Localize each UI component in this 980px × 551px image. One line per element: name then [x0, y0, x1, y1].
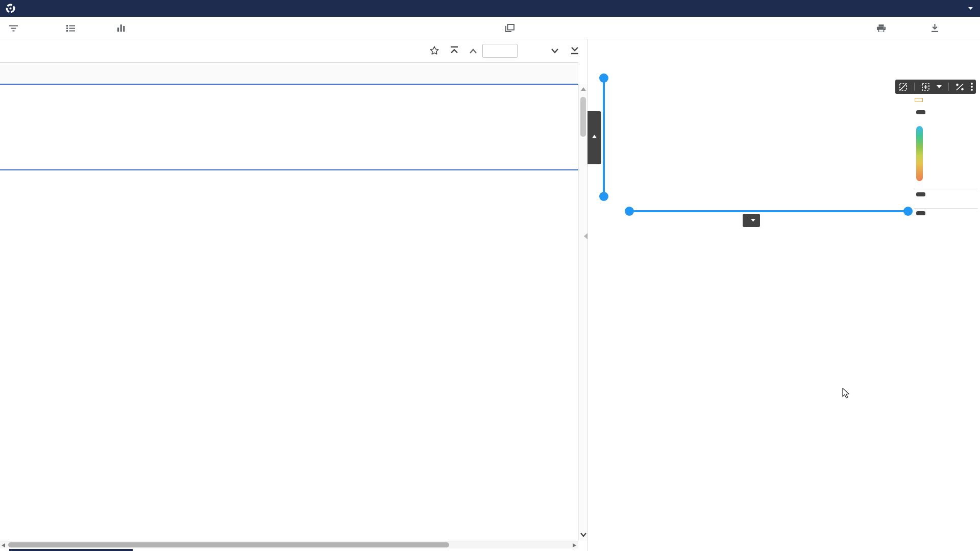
table-vertical-scrollbar[interactable]	[578, 84, 587, 541]
selected-row-border-top	[0, 84, 578, 85]
rows-skipped-note	[915, 98, 923, 102]
y-range-slider-handle-bottom[interactable]	[599, 192, 608, 201]
x-range-slider-handle-left[interactable]	[625, 207, 634, 216]
chart-toolbar	[895, 80, 976, 94]
chemaxon-logo-icon	[5, 3, 16, 16]
main-toolbar	[0, 17, 980, 39]
chevron-down-icon	[968, 7, 973, 10]
scroll-up-icon[interactable]	[581, 87, 586, 91]
add-shape-button[interactable]	[916, 211, 925, 215]
clipped-row-artifact	[9, 549, 133, 551]
selection-mode-icon[interactable]	[899, 83, 908, 91]
chart-menu-icon[interactable]	[971, 83, 973, 91]
views-button[interactable]	[505, 17, 519, 39]
chevron-right-icon	[592, 135, 597, 138]
y-axis-field-tab[interactable]	[587, 111, 601, 164]
color-scale-gradient	[916, 126, 923, 181]
lists-button[interactable]	[66, 17, 80, 39]
download-icon	[931, 24, 939, 32]
scroll-right-icon[interactable]	[573, 543, 576, 547]
table-horizontal-scrollbar[interactable]	[0, 541, 578, 548]
scroll-left-icon[interactable]	[2, 543, 5, 547]
legend-separator	[914, 208, 978, 209]
first-page-button[interactable]	[450, 46, 459, 57]
export-button[interactable]	[931, 17, 943, 39]
charts-button[interactable]	[117, 17, 130, 39]
print-icon	[877, 24, 886, 32]
table-body	[0, 84, 578, 541]
scatter-plot[interactable]	[612, 71, 925, 207]
add-size-button[interactable]	[916, 192, 925, 196]
page-number-input[interactable]	[482, 44, 518, 58]
divider-collapse-handle[interactable]	[583, 233, 588, 240]
top-navbar	[0, 0, 980, 17]
print-button[interactable]	[877, 17, 890, 39]
zoom-selection-icon[interactable]	[921, 83, 930, 91]
horizontal-scroll-thumb[interactable]	[8, 542, 449, 547]
views-icon	[505, 24, 514, 32]
list-icon	[66, 25, 75, 32]
x-range-slider-track[interactable]	[629, 210, 908, 212]
scroll-to-bottom-icon[interactable]	[580, 532, 587, 537]
user-menu[interactable]	[965, 7, 973, 10]
x-range-slider-handle-right[interactable]	[903, 207, 913, 216]
bar-chart-icon	[117, 24, 125, 32]
x-axis-field-button[interactable]	[743, 214, 760, 227]
y-range-slider-track[interactable]	[603, 78, 605, 196]
favorite-star-icon[interactable]	[429, 45, 440, 58]
selected-row-border-bottom	[0, 169, 578, 170]
y-range-slider-handle-top[interactable]	[599, 73, 608, 83]
page-dropdown-button[interactable]	[550, 47, 559, 56]
close-charts-button[interactable]	[966, 60, 979, 73]
mouse-cursor	[842, 388, 850, 399]
zoom-dropdown-icon[interactable]	[937, 85, 942, 89]
filter-icon	[9, 25, 18, 32]
app-root	[0, 0, 980, 551]
chevron-down-icon	[751, 219, 755, 222]
color-by-chip[interactable]	[916, 110, 925, 114]
toggle-points-icon[interactable]	[955, 83, 964, 91]
last-page-button[interactable]	[570, 46, 579, 57]
table-header-row	[0, 62, 578, 84]
legend-separator	[914, 189, 978, 189]
grid-titlebar	[0, 39, 587, 62]
filters-button[interactable]	[9, 17, 22, 39]
previous-page-button[interactable]	[469, 47, 478, 56]
vertical-scroll-thumb[interactable]	[580, 97, 586, 137]
